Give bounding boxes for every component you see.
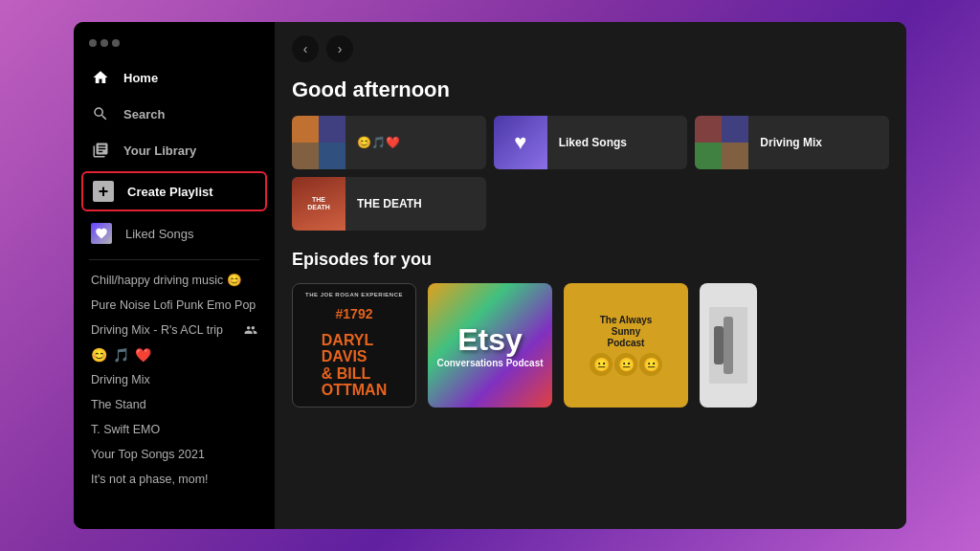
collage-cell (292, 116, 319, 143)
collage-cell (695, 116, 722, 143)
episode-card-sunny[interactable]: The AlwaysSunnyPodcast 😐 😐 😐 (564, 283, 688, 415)
liked-songs-sidebar-item[interactable]: Liked Songs (74, 215, 275, 252)
sunny-thumb: The AlwaysSunnyPodcast 😐 😐 😐 (564, 283, 688, 408)
svg-rect-1 (724, 317, 733, 374)
playlist-item-5[interactable]: The Stand (89, 393, 259, 416)
playlist-item-1[interactable]: Pure Noise Lofi Punk Emo Pop P... (89, 294, 259, 317)
main-content: ‹ › Good afternoon 😊🎵❤️ (275, 22, 906, 529)
recent-card-driving-label: Driving Mix (748, 136, 834, 149)
greeting-heading: Good afternoon (275, 72, 906, 116)
forward-button[interactable]: › (326, 35, 353, 62)
etsy-thumb: Etsy Conversations Podcast (428, 283, 552, 408)
sidebar-nav: Home Search Your Library (74, 60, 275, 167)
recent-card-driving-thumb (695, 116, 748, 169)
dot-2 (100, 39, 108, 47)
sidebar-item-search[interactable]: Search (81, 97, 267, 131)
top-bar: ‹ › (275, 22, 906, 72)
recent-card-death-label: THE DEATH (345, 197, 434, 210)
collab-icon (244, 323, 257, 337)
home-icon (91, 68, 110, 87)
recent-card-0[interactable]: 😊🎵❤️ (292, 116, 486, 169)
episode-card-jre[interactable]: THE JOE ROGAN EXPERIENCE #1792 DARYL DAV… (292, 283, 416, 415)
back-button[interactable]: ‹ (292, 35, 319, 62)
jre-logo-text: THE JOE ROGAN EXPERIENCE (305, 292, 403, 298)
playlist-list: Chill/happy driving music 😊 Pure Noise L… (74, 268, 275, 491)
app-window: Home Search Your Library + (74, 22, 906, 529)
recent-card-0-label: 😊🎵❤️ (345, 136, 412, 149)
emoji-row[interactable]: 😊 🎵 ❤️ (89, 343, 259, 366)
sunny-podcast-title: The AlwaysSunnyPodcast (600, 315, 653, 349)
recent-card-liked-label: Liked Songs (547, 136, 638, 149)
collage-cell (695, 143, 722, 169)
face-2: 😐 (614, 353, 637, 376)
playlist-item-2[interactable]: Driving Mix - R's ACL trip (89, 319, 259, 342)
recent-section: 😊🎵❤️ ♥ Liked Songs Driving Mix (275, 116, 906, 231)
episode-card-etsy[interactable]: Etsy Conversations Podcast (428, 283, 552, 415)
sunny-faces: 😐 😐 😐 (590, 353, 662, 376)
collage-cell (722, 143, 748, 169)
death-thumb-text: THEDEATH (307, 196, 330, 210)
heart-icon: ♥ (514, 130, 526, 155)
etsy-title: Etsy (457, 322, 523, 358)
search-label: Search (123, 107, 165, 121)
episodes-section: Episodes for you THE JOE ROGAN EXPERIENC… (275, 250, 906, 415)
face-3: 😐 (639, 353, 662, 376)
episodes-heading: Episodes for you (292, 250, 889, 270)
playlist-item-4[interactable]: Driving Mix (89, 368, 259, 391)
sidebar-item-library[interactable]: Your Library (81, 133, 267, 167)
collage-cell (722, 116, 748, 143)
etsy-subtitle: Conversations Podcast (436, 358, 543, 368)
jre-episode-num: #1792 (336, 307, 373, 321)
liked-songs-sidebar-label: Liked Songs (125, 227, 194, 241)
dot-1 (89, 39, 97, 47)
collage-cell (319, 143, 345, 169)
library-label: Your Library (123, 143, 196, 158)
create-playlist-item[interactable]: + Create Playlist (81, 171, 267, 211)
face-1: 😐 (590, 353, 612, 376)
svg-rect-2 (714, 326, 724, 364)
recent-card-driving[interactable]: Driving Mix (695, 116, 889, 169)
episodes-row: THE JOE ROGAN EXPERIENCE #1792 DARYL DAV… (292, 283, 889, 415)
window-controls (74, 30, 275, 60)
recent-card-death[interactable]: THEDEATH THE DEATH (292, 177, 486, 231)
playlist-item-8[interactable]: It's not a phase, mom! (89, 468, 259, 491)
dot-3 (112, 39, 120, 47)
collage-cell (319, 116, 345, 143)
liked-card-thumb: ♥ (494, 116, 547, 169)
liked-songs-thumb (91, 223, 112, 244)
playlist-item-6[interactable]: T. Swift EMO (89, 418, 259, 441)
sidebar-item-home[interactable]: Home (81, 60, 267, 95)
fourth-thumb-graphic (709, 307, 747, 384)
playlist-item-7[interactable]: Your Top Songs 2021 (89, 443, 259, 466)
plus-icon: + (93, 181, 114, 202)
recent-card-liked[interactable]: ♥ Liked Songs (494, 116, 688, 169)
fourth-thumb (700, 283, 757, 408)
create-playlist-label: Create Playlist (127, 185, 213, 199)
episode-card-fourth[interactable] (700, 283, 757, 415)
death-thumb: THEDEATH (292, 177, 345, 231)
playlist-item-0[interactable]: Chill/happy driving music 😊 (89, 268, 259, 292)
home-label: Home (123, 71, 158, 85)
library-icon (91, 141, 110, 160)
jre-name: DARYL DAVIS & BILL OTTMAN (322, 332, 387, 399)
sidebar-divider (89, 259, 259, 260)
search-icon (91, 104, 110, 123)
recent-card-0-thumb (292, 116, 345, 169)
sidebar: Home Search Your Library + (74, 22, 275, 529)
collage-cell (292, 143, 319, 169)
jre-thumb: THE JOE ROGAN EXPERIENCE #1792 DARYL DAV… (292, 283, 416, 408)
